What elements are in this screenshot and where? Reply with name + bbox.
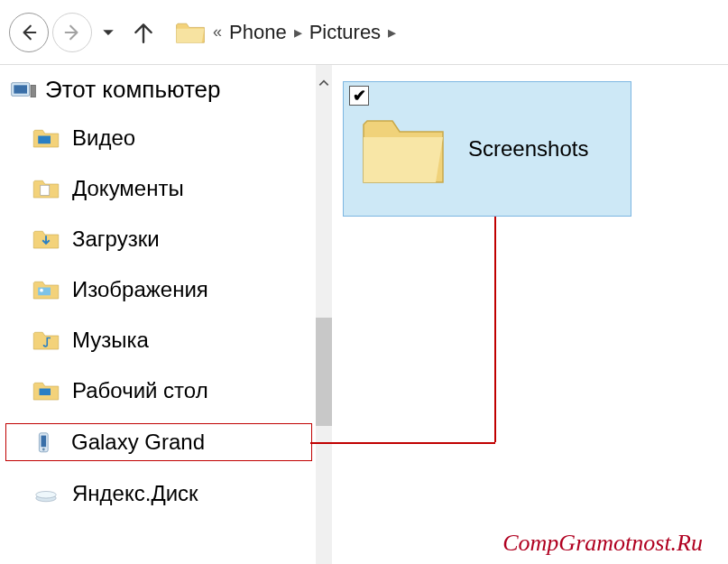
sidebar-item-yandex-disk[interactable]: Яндекс.Диск: [5, 476, 312, 512]
watermark-text: CompGramotnost.Ru: [502, 530, 703, 557]
annotation-line: [310, 442, 495, 444]
svg-rect-4: [41, 185, 50, 195]
chevron-down-icon: [101, 25, 115, 40]
arrow-up-icon: [132, 21, 155, 44]
sidebar-item-downloads[interactable]: Загрузки: [5, 221, 312, 257]
sidebar-item-documents[interactable]: Документы: [5, 171, 312, 207]
scrollbar-up-button[interactable]: [316, 65, 332, 101]
pictures-folder-icon: [32, 278, 60, 301]
folder-icon: [175, 20, 206, 45]
sidebar-item-label: Видео: [72, 125, 135, 151]
videos-folder-icon: [32, 126, 60, 150]
file-list-pane[interactable]: ✔ Screenshots: [332, 65, 728, 564]
svg-rect-3: [38, 136, 51, 144]
desktop-folder-icon: [32, 379, 60, 402]
annotation-line: [494, 217, 496, 442]
computer-icon: [9, 79, 36, 102]
sidebar-item-videos[interactable]: Видео: [5, 120, 312, 156]
breadcrumb-chevron-icon: ▸: [294, 23, 302, 42]
breadcrumb-bar[interactable]: « Phone ▸ Pictures ▸: [175, 20, 396, 45]
svg-point-10: [42, 448, 45, 451]
svg-rect-2: [31, 85, 35, 97]
sidebar-item-pictures[interactable]: Изображения: [5, 272, 312, 308]
arrow-left-icon: [19, 23, 39, 42]
navigation-sidebar: Этот компьютер Видео Документы: [0, 65, 316, 564]
sidebar-item-label: Рабочий стол: [72, 378, 208, 403]
downloads-folder-icon: [32, 227, 60, 251]
sidebar-item-galaxy-grand[interactable]: Galaxy Grand: [5, 423, 312, 461]
sidebar-item-label: Изображения: [72, 277, 208, 302]
sidebar-item-label: Яндекс.Диск: [72, 481, 198, 506]
sidebar-item-label: Galaxy Grand: [71, 430, 205, 455]
folder-icon: [358, 108, 448, 190]
documents-folder-icon: [32, 177, 60, 200]
breadcrumb-chevron-icon: ▸: [388, 23, 396, 42]
sidebar-item-label: Документы: [72, 176, 184, 201]
breadcrumb-item[interactable]: Phone: [229, 21, 287, 44]
svg-rect-5: [38, 288, 51, 296]
tree-root-this-pc[interactable]: Этот компьютер: [5, 76, 312, 104]
sidebar-scrollbar[interactable]: [316, 65, 332, 564]
phone-device-icon: [32, 430, 59, 454]
arrow-right-icon: [62, 23, 82, 42]
forward-button[interactable]: [52, 13, 92, 52]
scrollbar-thumb[interactable]: [316, 318, 332, 426]
navigation-toolbar: « Phone ▸ Pictures ▸: [0, 0, 728, 65]
sidebar-item-label: Загрузки: [72, 227, 160, 252]
sidebar-item-label: Музыка: [72, 328, 149, 353]
svg-rect-7: [40, 389, 51, 396]
history-dropdown[interactable]: [101, 25, 115, 40]
chevron-up-icon: [318, 77, 330, 89]
breadcrumb-item[interactable]: Pictures: [309, 21, 381, 44]
svg-rect-1: [14, 85, 27, 93]
folder-tile-screenshots[interactable]: ✔ Screenshots: [343, 81, 631, 217]
breadcrumb-overflow-icon: «: [213, 23, 222, 42]
tree-root-label: Этот компьютер: [45, 76, 220, 104]
back-button[interactable]: [9, 13, 49, 52]
folder-tile-label: Screenshots: [468, 136, 588, 162]
svg-point-6: [40, 289, 43, 292]
selection-checkbox[interactable]: ✔: [349, 86, 369, 106]
sidebar-item-desktop[interactable]: Рабочий стол: [5, 373, 312, 409]
svg-rect-9: [41, 436, 47, 448]
up-button[interactable]: [132, 21, 155, 44]
yandex-disk-icon: [32, 482, 60, 505]
svg-point-12: [36, 492, 57, 499]
music-folder-icon: [32, 328, 60, 352]
sidebar-item-music[interactable]: Музыка: [5, 322, 312, 358]
